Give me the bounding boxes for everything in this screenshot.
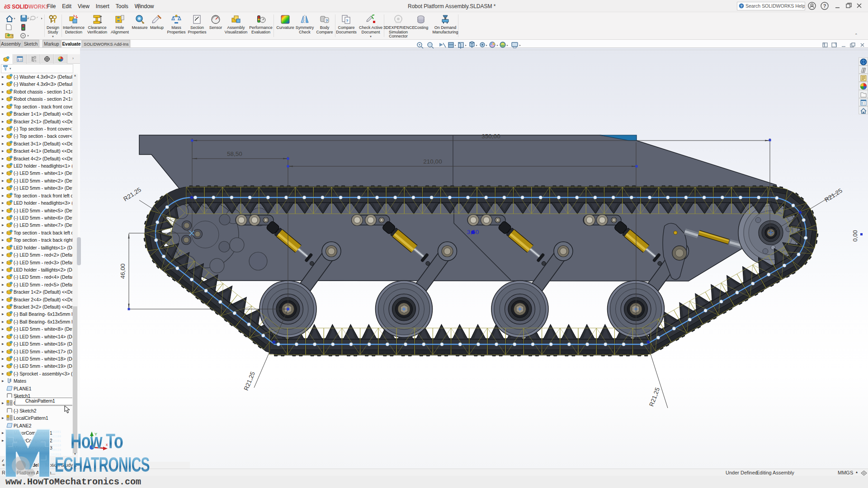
svg-text:?: ? (823, 3, 826, 9)
svg-text:R21,25: R21,25 (243, 371, 256, 391)
svg-text:210,00: 210,00 (423, 158, 442, 165)
svg-text:58,50: 58,50 (227, 150, 242, 157)
svg-text:x: x (106, 442, 108, 447)
svg-text:0,00: 0,00 (852, 230, 859, 241)
svg-text:R21,25: R21,25 (823, 187, 844, 203)
svg-text:R21,25: R21,25 (648, 386, 661, 407)
svg-text:350,00: 350,00 (481, 133, 500, 140)
svg-text:?: ? (741, 4, 743, 8)
svg-text:?: ? (346, 19, 349, 23)
svg-text:Y: Y (94, 432, 97, 436)
svg-text:?: ? (326, 19, 328, 23)
svg-text:46,00: 46,00 (119, 263, 126, 279)
